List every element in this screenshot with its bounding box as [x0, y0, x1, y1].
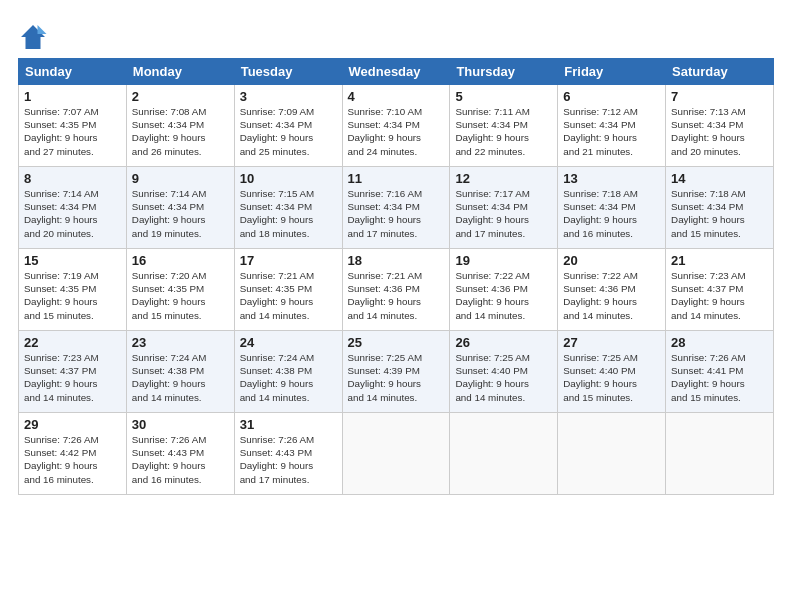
day-number: 18	[348, 253, 445, 268]
column-header-wednesday: Wednesday	[342, 59, 450, 85]
day-number: 22	[24, 335, 121, 350]
day-info: Sunrise: 7:26 AM Sunset: 4:41 PM Dayligh…	[671, 351, 768, 404]
day-info: Sunrise: 7:19 AM Sunset: 4:35 PM Dayligh…	[24, 269, 121, 322]
day-info: Sunrise: 7:14 AM Sunset: 4:34 PM Dayligh…	[132, 187, 229, 240]
calendar-cell: 15Sunrise: 7:19 AM Sunset: 4:35 PM Dayli…	[19, 249, 127, 331]
day-number: 24	[240, 335, 337, 350]
day-number: 9	[132, 171, 229, 186]
day-info: Sunrise: 7:26 AM Sunset: 4:43 PM Dayligh…	[240, 433, 337, 486]
calendar-header: SundayMondayTuesdayWednesdayThursdayFrid…	[19, 59, 774, 85]
column-header-thursday: Thursday	[450, 59, 558, 85]
calendar-cell: 9Sunrise: 7:14 AM Sunset: 4:34 PM Daylig…	[126, 167, 234, 249]
calendar-cell: 22Sunrise: 7:23 AM Sunset: 4:37 PM Dayli…	[19, 331, 127, 413]
day-number: 2	[132, 89, 229, 104]
calendar-body: 1Sunrise: 7:07 AM Sunset: 4:35 PM Daylig…	[19, 85, 774, 495]
day-info: Sunrise: 7:24 AM Sunset: 4:38 PM Dayligh…	[240, 351, 337, 404]
day-info: Sunrise: 7:25 AM Sunset: 4:40 PM Dayligh…	[563, 351, 660, 404]
day-number: 4	[348, 89, 445, 104]
column-header-friday: Friday	[558, 59, 666, 85]
day-info: Sunrise: 7:15 AM Sunset: 4:34 PM Dayligh…	[240, 187, 337, 240]
column-header-saturday: Saturday	[666, 59, 774, 85]
day-info: Sunrise: 7:09 AM Sunset: 4:34 PM Dayligh…	[240, 105, 337, 158]
day-info: Sunrise: 7:17 AM Sunset: 4:34 PM Dayligh…	[455, 187, 552, 240]
calendar-cell: 21Sunrise: 7:23 AM Sunset: 4:37 PM Dayli…	[666, 249, 774, 331]
page: SundayMondayTuesdayWednesdayThursdayFrid…	[0, 0, 792, 612]
day-number: 31	[240, 417, 337, 432]
day-info: Sunrise: 7:21 AM Sunset: 4:36 PM Dayligh…	[348, 269, 445, 322]
day-number: 1	[24, 89, 121, 104]
header-row: SundayMondayTuesdayWednesdayThursdayFrid…	[19, 59, 774, 85]
day-number: 21	[671, 253, 768, 268]
day-info: Sunrise: 7:23 AM Sunset: 4:37 PM Dayligh…	[24, 351, 121, 404]
calendar-cell: 3Sunrise: 7:09 AM Sunset: 4:34 PM Daylig…	[234, 85, 342, 167]
calendar-cell	[558, 413, 666, 495]
calendar-cell	[666, 413, 774, 495]
calendar-cell: 7Sunrise: 7:13 AM Sunset: 4:34 PM Daylig…	[666, 85, 774, 167]
calendar-cell: 20Sunrise: 7:22 AM Sunset: 4:36 PM Dayli…	[558, 249, 666, 331]
calendar-cell: 4Sunrise: 7:10 AM Sunset: 4:34 PM Daylig…	[342, 85, 450, 167]
calendar-cell: 28Sunrise: 7:26 AM Sunset: 4:41 PM Dayli…	[666, 331, 774, 413]
day-info: Sunrise: 7:25 AM Sunset: 4:39 PM Dayligh…	[348, 351, 445, 404]
day-info: Sunrise: 7:16 AM Sunset: 4:34 PM Dayligh…	[348, 187, 445, 240]
day-number: 15	[24, 253, 121, 268]
calendar-cell: 16Sunrise: 7:20 AM Sunset: 4:35 PM Dayli…	[126, 249, 234, 331]
column-header-tuesday: Tuesday	[234, 59, 342, 85]
calendar-week-1: 1Sunrise: 7:07 AM Sunset: 4:35 PM Daylig…	[19, 85, 774, 167]
day-info: Sunrise: 7:24 AM Sunset: 4:38 PM Dayligh…	[132, 351, 229, 404]
calendar-cell: 31Sunrise: 7:26 AM Sunset: 4:43 PM Dayli…	[234, 413, 342, 495]
calendar-cell: 1Sunrise: 7:07 AM Sunset: 4:35 PM Daylig…	[19, 85, 127, 167]
calendar-cell: 14Sunrise: 7:18 AM Sunset: 4:34 PM Dayli…	[666, 167, 774, 249]
calendar-cell: 24Sunrise: 7:24 AM Sunset: 4:38 PM Dayli…	[234, 331, 342, 413]
calendar-cell: 19Sunrise: 7:22 AM Sunset: 4:36 PM Dayli…	[450, 249, 558, 331]
day-info: Sunrise: 7:18 AM Sunset: 4:34 PM Dayligh…	[671, 187, 768, 240]
day-number: 10	[240, 171, 337, 186]
calendar-cell: 27Sunrise: 7:25 AM Sunset: 4:40 PM Dayli…	[558, 331, 666, 413]
day-number: 27	[563, 335, 660, 350]
calendar-week-3: 15Sunrise: 7:19 AM Sunset: 4:35 PM Dayli…	[19, 249, 774, 331]
calendar-cell: 13Sunrise: 7:18 AM Sunset: 4:34 PM Dayli…	[558, 167, 666, 249]
calendar-week-5: 29Sunrise: 7:26 AM Sunset: 4:42 PM Dayli…	[19, 413, 774, 495]
calendar-cell: 25Sunrise: 7:25 AM Sunset: 4:39 PM Dayli…	[342, 331, 450, 413]
calendar-cell: 17Sunrise: 7:21 AM Sunset: 4:35 PM Dayli…	[234, 249, 342, 331]
calendar-cell: 26Sunrise: 7:25 AM Sunset: 4:40 PM Dayli…	[450, 331, 558, 413]
day-number: 11	[348, 171, 445, 186]
calendar-cell: 11Sunrise: 7:16 AM Sunset: 4:34 PM Dayli…	[342, 167, 450, 249]
day-info: Sunrise: 7:26 AM Sunset: 4:42 PM Dayligh…	[24, 433, 121, 486]
calendar-week-4: 22Sunrise: 7:23 AM Sunset: 4:37 PM Dayli…	[19, 331, 774, 413]
day-number: 16	[132, 253, 229, 268]
day-number: 20	[563, 253, 660, 268]
day-number: 29	[24, 417, 121, 432]
calendar-cell: 12Sunrise: 7:17 AM Sunset: 4:34 PM Dayli…	[450, 167, 558, 249]
day-info: Sunrise: 7:23 AM Sunset: 4:37 PM Dayligh…	[671, 269, 768, 322]
calendar-cell: 5Sunrise: 7:11 AM Sunset: 4:34 PM Daylig…	[450, 85, 558, 167]
day-info: Sunrise: 7:08 AM Sunset: 4:34 PM Dayligh…	[132, 105, 229, 158]
logo	[18, 22, 52, 52]
calendar-table: SundayMondayTuesdayWednesdayThursdayFrid…	[18, 58, 774, 495]
day-number: 23	[132, 335, 229, 350]
day-info: Sunrise: 7:13 AM Sunset: 4:34 PM Dayligh…	[671, 105, 768, 158]
day-info: Sunrise: 7:10 AM Sunset: 4:34 PM Dayligh…	[348, 105, 445, 158]
column-header-monday: Monday	[126, 59, 234, 85]
day-info: Sunrise: 7:14 AM Sunset: 4:34 PM Dayligh…	[24, 187, 121, 240]
header	[18, 18, 774, 52]
day-number: 13	[563, 171, 660, 186]
day-number: 28	[671, 335, 768, 350]
day-info: Sunrise: 7:22 AM Sunset: 4:36 PM Dayligh…	[455, 269, 552, 322]
calendar-week-2: 8Sunrise: 7:14 AM Sunset: 4:34 PM Daylig…	[19, 167, 774, 249]
day-info: Sunrise: 7:20 AM Sunset: 4:35 PM Dayligh…	[132, 269, 229, 322]
calendar-cell: 10Sunrise: 7:15 AM Sunset: 4:34 PM Dayli…	[234, 167, 342, 249]
day-number: 5	[455, 89, 552, 104]
day-number: 25	[348, 335, 445, 350]
calendar-cell: 30Sunrise: 7:26 AM Sunset: 4:43 PM Dayli…	[126, 413, 234, 495]
day-number: 19	[455, 253, 552, 268]
day-number: 3	[240, 89, 337, 104]
day-info: Sunrise: 7:25 AM Sunset: 4:40 PM Dayligh…	[455, 351, 552, 404]
calendar-cell: 2Sunrise: 7:08 AM Sunset: 4:34 PM Daylig…	[126, 85, 234, 167]
day-number: 26	[455, 335, 552, 350]
day-info: Sunrise: 7:26 AM Sunset: 4:43 PM Dayligh…	[132, 433, 229, 486]
day-number: 8	[24, 171, 121, 186]
calendar-cell: 23Sunrise: 7:24 AM Sunset: 4:38 PM Dayli…	[126, 331, 234, 413]
day-info: Sunrise: 7:11 AM Sunset: 4:34 PM Dayligh…	[455, 105, 552, 158]
day-info: Sunrise: 7:21 AM Sunset: 4:35 PM Dayligh…	[240, 269, 337, 322]
calendar-cell: 6Sunrise: 7:12 AM Sunset: 4:34 PM Daylig…	[558, 85, 666, 167]
